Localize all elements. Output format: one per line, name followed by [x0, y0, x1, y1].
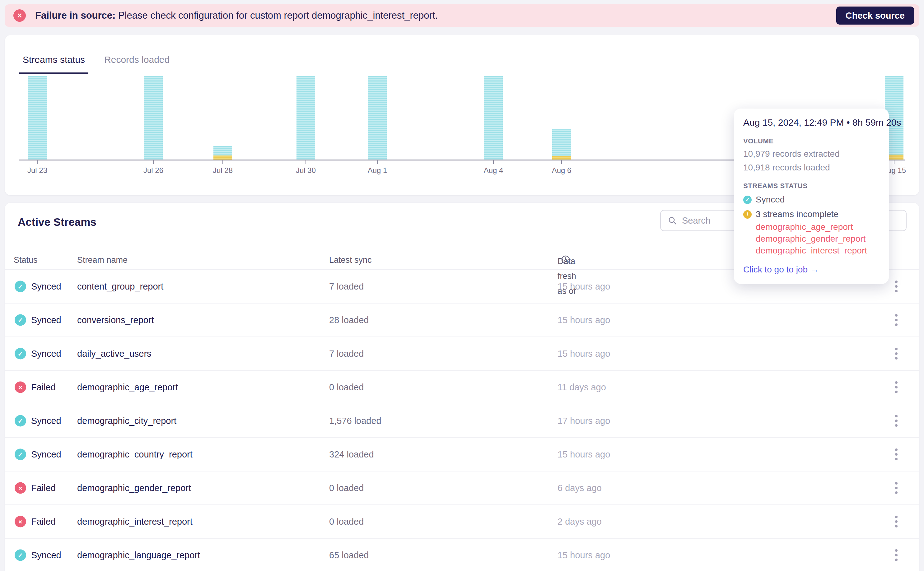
row-menu-button[interactable] — [893, 413, 899, 429]
latest-sync-value: 65 loaded — [329, 550, 369, 560]
chart-bar[interactable] — [144, 76, 163, 159]
row-menu-button[interactable] — [893, 447, 899, 462]
go-to-job-link[interactable]: Click to go to job → — [743, 265, 819, 275]
latest-sync-value: 1,576 loaded — [329, 416, 382, 426]
table-row: ✓ Synced demographic_language_report 65 … — [5, 539, 919, 571]
stream-name: demographic_age_report — [77, 382, 178, 392]
row-menu-button[interactable] — [893, 514, 899, 529]
bar-segment-synced — [144, 76, 163, 159]
data-fresh-value: 15 hours ago — [558, 281, 610, 292]
streams-table-body: ✓ Synced content_group_report 7 loaded 1… — [5, 270, 919, 571]
latest-sync-value: 324 loaded — [329, 449, 374, 460]
stream-name: demographic_gender_report — [77, 483, 191, 493]
table-row: ✓ Synced conversions_report 28 loaded 15… — [5, 304, 919, 337]
stream-name: demographic_interest_report — [77, 517, 193, 527]
table-row: ✓ Synced demographic_city_report 1,576 l… — [5, 404, 919, 438]
chart-bar[interactable] — [552, 130, 571, 159]
axis-tick — [153, 160, 154, 164]
error-circle-icon: × — [13, 9, 26, 22]
table-row: × Failed demographic_gender_report 0 loa… — [5, 471, 919, 505]
column-latest-sync: Latest sync — [329, 253, 372, 267]
x-axis-label: Aug 4 — [484, 166, 504, 175]
chart-bar[interactable] — [297, 76, 315, 159]
latest-sync-value: 0 loaded — [329, 382, 364, 392]
table-row: ✓ Synced daily_active_users 7 loaded 15 … — [5, 337, 919, 371]
axis-tick — [493, 160, 494, 164]
row-menu-button[interactable] — [893, 380, 899, 395]
axis-tick — [306, 160, 306, 164]
data-fresh-value: 15 hours ago — [558, 449, 610, 460]
axis-tick — [37, 160, 38, 164]
stream-name: content_group_report — [77, 281, 163, 292]
axis-tick — [894, 160, 895, 164]
search-icon — [668, 216, 677, 225]
tooltip-incomplete-text: 3 streams incomplete — [756, 209, 839, 219]
tooltip-records-loaded: 10,918 records loaded — [743, 163, 879, 173]
bar-segment-synced — [368, 76, 387, 159]
row-menu-button[interactable] — [893, 346, 899, 361]
status-synced-icon: ✓ — [15, 348, 26, 360]
incomplete-stream-link[interactable]: demographic_interest_report — [756, 245, 879, 256]
status-failed-icon: × — [15, 516, 26, 528]
incomplete-stream-link[interactable]: demographic_age_report — [756, 221, 879, 233]
data-fresh-value: 6 days ago — [558, 483, 602, 493]
bar-segment-synced — [28, 76, 47, 159]
row-menu-button[interactable] — [893, 547, 899, 563]
status-label: Synced — [31, 315, 61, 325]
chart-bar[interactable] — [213, 146, 232, 159]
bar-segment-incomplete — [213, 156, 232, 159]
status-synced-icon: ✓ — [15, 449, 26, 460]
latest-sync-value: 0 loaded — [329, 517, 364, 527]
table-row: × Failed demographic_interest_report 0 l… — [5, 505, 919, 539]
status-label: Synced — [31, 281, 61, 292]
chart-bar[interactable] — [368, 76, 387, 159]
chart-bar[interactable] — [28, 76, 47, 159]
sync-tooltip: Aug 15, 2024, 12:49 PM • 8h 59m 20s VOLU… — [734, 108, 889, 284]
tooltip-synced-text: Synced — [756, 195, 785, 205]
data-fresh-value: 15 hours ago — [558, 315, 610, 325]
latest-sync-value: 7 loaded — [329, 281, 364, 292]
tooltip-records-extracted: 10,979 records extracted — [743, 149, 879, 159]
status-label: Synced — [31, 416, 61, 426]
tooltip-title: Aug 15, 2024, 12:49 PM • 8h 59m 20s — [743, 117, 879, 128]
tab-records-loaded[interactable]: Records loaded — [101, 54, 173, 74]
chart-tabs: Streams status Records loaded — [19, 54, 185, 74]
status-synced-icon: ✓ — [15, 549, 26, 561]
row-menu-button[interactable] — [893, 312, 899, 328]
column-stream-name: Stream name — [77, 253, 128, 267]
tab-streams-status[interactable]: Streams status — [19, 54, 88, 74]
check-source-button[interactable]: Check source — [836, 6, 914, 25]
row-menu-button[interactable] — [893, 480, 899, 496]
synced-check-icon: ✓ — [743, 196, 752, 204]
banner-message: Failure in source: Please check configur… — [35, 10, 438, 21]
bar-segment-synced — [484, 76, 503, 159]
stream-name: conversions_report — [77, 315, 154, 325]
table-row: ✓ Synced demographic_country_report 324 … — [5, 438, 919, 471]
status-failed-icon: × — [15, 482, 26, 494]
warning-icon: ! — [743, 210, 752, 219]
status-label: Synced — [31, 449, 61, 460]
latest-sync-value: 0 loaded — [329, 483, 364, 493]
data-fresh-value: 15 hours ago — [558, 550, 610, 560]
active-streams-title: Active Streams — [18, 216, 96, 228]
x-axis-label: Aug 1 — [368, 166, 387, 175]
status-synced-icon: ✓ — [15, 315, 26, 326]
stream-name: demographic_city_report — [77, 416, 176, 426]
bar-segment-synced — [552, 130, 571, 156]
table-row: × Failed demographic_age_report 0 loaded… — [5, 371, 919, 404]
row-menu-button[interactable] — [893, 279, 899, 294]
stream-name: demographic_language_report — [77, 550, 200, 560]
chart-bar[interactable] — [484, 76, 503, 159]
column-data-fresh: Data fresh as of — [558, 253, 570, 267]
status-synced-icon: ✓ — [15, 281, 26, 292]
status-label: Synced — [31, 550, 61, 560]
incomplete-stream-link[interactable]: demographic_gender_report — [756, 233, 879, 245]
tooltip-incomplete-row: ! 3 streams incomplete — [743, 209, 879, 219]
incomplete-stream-links: demographic_age_reportdemographic_gender… — [756, 221, 879, 256]
status-failed-icon: × — [15, 381, 26, 393]
axis-tick — [223, 160, 223, 164]
status-label: Synced — [31, 349, 61, 359]
error-banner: × Failure in source: Please check config… — [5, 5, 919, 27]
x-axis-label: Aug 6 — [552, 166, 572, 175]
x-axis-label: Jul 23 — [27, 166, 47, 175]
